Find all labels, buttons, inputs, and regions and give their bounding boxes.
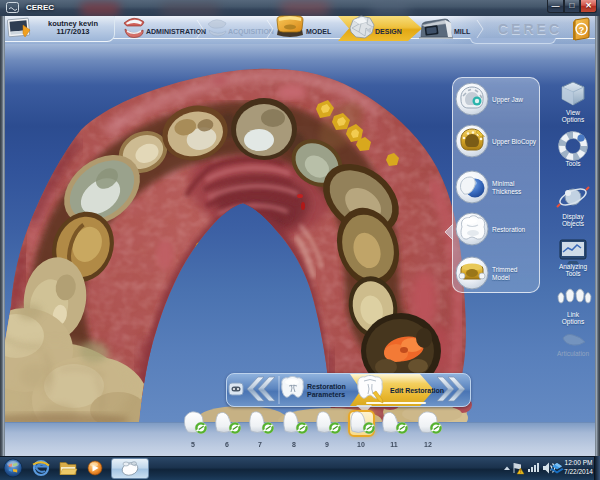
svg-text:?: ? [579, 25, 585, 35]
